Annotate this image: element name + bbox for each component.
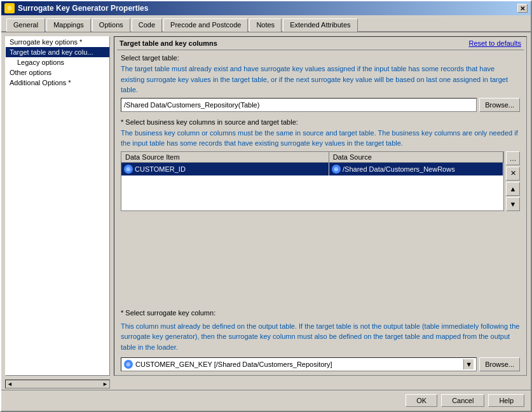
- footer: OK Cancel Help: [1, 390, 531, 411]
- left-panel-scrollbar[interactable]: ◄ ►: [5, 380, 110, 388]
- table-row[interactable]: ⊕ CUSTOMER_ID ⊕ /Shared Data/Customers_N…: [121, 163, 503, 175]
- cancel-button[interactable]: Cancel: [441, 394, 484, 407]
- scroll-left-arrow[interactable]: ◄: [7, 381, 13, 387]
- target-table-input[interactable]: [121, 98, 477, 112]
- surrogate-key-select[interactable]: ⊕ CUSTOMER_GEN_KEY [/Shared Data/Custome…: [121, 357, 477, 371]
- data-source-icon: ⊕: [332, 165, 341, 174]
- right-panel: Target table and key columns Reset to de…: [114, 36, 527, 376]
- surrogate-icon: ⊕: [124, 360, 133, 369]
- close-button[interactable]: ✕: [517, 4, 528, 13]
- tab-general[interactable]: General: [6, 18, 45, 32]
- customer-id-label: CUSTOMER_ID: [135, 165, 186, 173]
- table-buttons: … ✕ ▲ ▼: [506, 151, 520, 211]
- sidebar-item-surrogate-key-options[interactable]: Surrogate key options *: [6, 37, 109, 47]
- business-key-table-container: Data Source Item Data Source ⊕ CUSTOMER_…: [121, 151, 520, 211]
- help-button[interactable]: Help: [488, 394, 524, 407]
- target-table-label: Select target table:: [121, 54, 520, 62]
- right-panel-title: Target table and key columns: [119, 39, 217, 47]
- content-area: Surrogate key options * Target table and…: [1, 32, 531, 380]
- customer-id-icon: ⊕: [124, 165, 133, 174]
- title-bar-left: ⚙ Surrogate Key Generator Properties: [4, 3, 148, 13]
- surrogate-key-label: * Select surrogate key column:: [121, 309, 520, 317]
- target-table-input-row: Browse...: [121, 98, 520, 112]
- right-panel-header: Target table and key columns Reset to de…: [114, 37, 526, 50]
- tab-extended-attributes[interactable]: Extended Attributes: [283, 18, 357, 32]
- business-key-table: Data Source Item Data Source ⊕ CUSTOMER_…: [121, 151, 504, 211]
- cell-customer-id: ⊕ CUSTOMER_ID: [121, 163, 329, 175]
- title-bar: ⚙ Surrogate Key Generator Properties ✕: [1, 1, 531, 15]
- sidebar-item-additional-options[interactable]: Additional Options *: [6, 78, 109, 88]
- surrogate-key-value: ⊕ CUSTOMER_GEN_KEY [/Shared Data/Custome…: [124, 360, 332, 369]
- table-delete-button[interactable]: ✕: [506, 167, 520, 181]
- main-window: ⚙ Surrogate Key Generator Properties ✕ G…: [0, 0, 532, 412]
- right-panel-body: Select target table: The target table mu…: [114, 50, 526, 375]
- tab-precode-postcode[interactable]: Precode and Postcode: [163, 18, 248, 32]
- surrogate-key-browse-button[interactable]: Browse...: [479, 357, 520, 371]
- left-panel: Surrogate key options * Target table and…: [5, 36, 110, 376]
- table-down-button[interactable]: ▼: [506, 197, 520, 211]
- reset-to-defaults-link[interactable]: Reset to defaults: [468, 39, 521, 47]
- scrollbar-area: ◄ ►: [1, 380, 531, 390]
- ok-button[interactable]: OK: [406, 394, 437, 407]
- surrogate-key-dropdown-arrow[interactable]: ▼: [463, 359, 474, 369]
- tab-mappings[interactable]: Mappings: [46, 18, 91, 32]
- tab-notes[interactable]: Notes: [249, 18, 282, 32]
- target-table-browse-button[interactable]: Browse...: [479, 98, 520, 112]
- target-table-info: The target table must already exist and …: [121, 64, 520, 95]
- business-key-label: * Select business key columns in source …: [121, 118, 520, 126]
- business-key-info: The business key column or columns must …: [121, 128, 520, 149]
- sidebar-item-target-table[interactable]: Target table and key colu...: [6, 47, 109, 57]
- data-source-label: /Shared Data/Customers_NewRows: [343, 165, 455, 173]
- col-header-data-source: Data Source: [329, 152, 503, 162]
- table-add-button[interactable]: …: [506, 151, 520, 165]
- target-table-section: Select target table: The target table mu…: [121, 54, 520, 112]
- window-title: Surrogate Key Generator Properties: [18, 4, 148, 13]
- table-up-button[interactable]: ▲: [506, 182, 520, 196]
- surrogate-key-section: * Select surrogate key column: This colu…: [121, 309, 520, 372]
- tab-options[interactable]: Options: [92, 18, 130, 32]
- surrogate-key-info: This column must already be defined on t…: [121, 321, 520, 353]
- cell-data-source: ⊕ /Shared Data/Customers_NewRows: [329, 163, 503, 175]
- surrogate-key-select-row: ⊕ CUSTOMER_GEN_KEY [/Shared Data/Custome…: [121, 357, 520, 371]
- tabs-bar: General Mappings Options Code Precode an…: [1, 15, 531, 32]
- business-key-section: * Select business key columns in source …: [121, 118, 520, 303]
- scroll-right-arrow[interactable]: ►: [102, 381, 108, 387]
- tab-code[interactable]: Code: [132, 18, 162, 32]
- window-icon: ⚙: [4, 3, 15, 13]
- sidebar-item-legacy-options[interactable]: Legacy options: [6, 57, 109, 67]
- col-header-data-source-item: Data Source Item: [121, 152, 329, 162]
- table-header: Data Source Item Data Source: [121, 152, 503, 163]
- sidebar-item-other-options[interactable]: Other options: [6, 67, 109, 78]
